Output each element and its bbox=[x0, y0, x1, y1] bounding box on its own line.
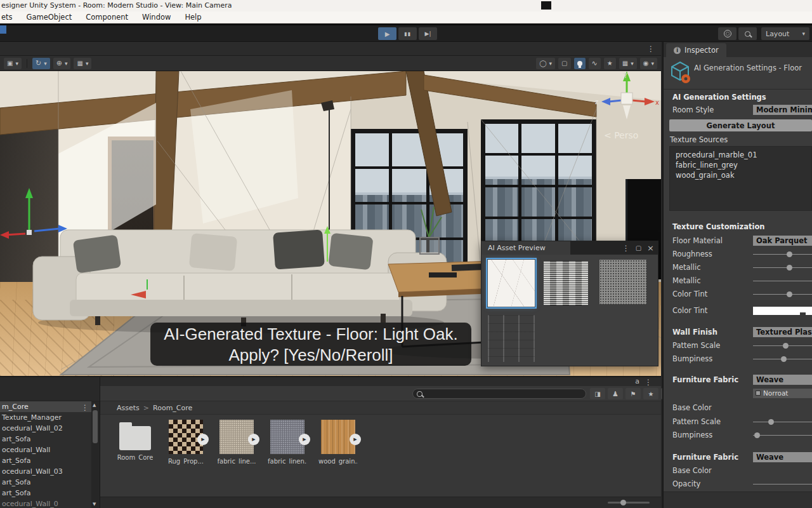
hierarchy-item[interactable]: ocedural_Wall_0 bbox=[0, 498, 91, 508]
menu-help[interactable]: Help bbox=[185, 13, 201, 22]
search-input[interactable] bbox=[426, 390, 582, 398]
hierarchy-scrollbar[interactable] bbox=[91, 401, 100, 508]
project-search-box[interactable] bbox=[412, 389, 586, 399]
lighting-toggle-button[interactable] bbox=[574, 58, 586, 69]
step-button[interactable] bbox=[419, 27, 437, 40]
breadcrumb-current[interactable]: Room_Core bbox=[153, 404, 192, 412]
asset-rug-prop[interactable]: Rug_Prop... bbox=[167, 420, 204, 497]
scroll-up-icon[interactable] bbox=[93, 403, 96, 408]
expand-badge-icon[interactable] bbox=[299, 434, 310, 445]
model-filter-button[interactable] bbox=[608, 388, 623, 399]
preview-tab[interactable]: AI Asset Preview bbox=[481, 241, 570, 255]
tool-handle-button[interactable] bbox=[4, 58, 22, 69]
texture-source-item[interactable]: wood_grain_oak bbox=[676, 170, 811, 180]
scrollbar-thumb[interactable] bbox=[93, 410, 98, 443]
color-tint-swatch[interactable] bbox=[753, 307, 812, 315]
scene-viewport[interactable]: Y x z < Perso AI-Generated Texture - Flo… bbox=[0, 71, 661, 376]
thumbnail-size-slider[interactable] bbox=[608, 502, 650, 504]
metallic-slider[interactable] bbox=[753, 263, 812, 272]
wall-finish-row: Wall Finish Textured Plaste bbox=[664, 326, 812, 338]
menu-component[interactable]: Component bbox=[86, 13, 128, 22]
preview-kebab-icon[interactable] bbox=[622, 244, 630, 253]
normal-map-field[interactable]: Norroat bbox=[753, 389, 812, 398]
gizmos-menu-button[interactable] bbox=[619, 58, 637, 69]
roughness-slider[interactable] bbox=[753, 250, 812, 259]
close-icon[interactable] bbox=[647, 243, 654, 253]
hierarchy-item[interactable]: ocedural_Wall_03 bbox=[0, 466, 91, 477]
asset-folder-room-core[interactable]: Room_Core bbox=[117, 420, 154, 497]
camera-visibility-button[interactable] bbox=[640, 58, 657, 69]
search-by-type-button[interactable] bbox=[590, 388, 605, 399]
menu-gameobject[interactable]: GameObject bbox=[27, 13, 72, 22]
scene-menu-kebab-icon[interactable] bbox=[647, 44, 655, 53]
label-filter-button[interactable] bbox=[625, 388, 641, 399]
hierarchy-item[interactable]: art_Sofa bbox=[0, 455, 91, 466]
metallic-slider-2[interactable] bbox=[753, 276, 812, 286]
maximize-icon[interactable] bbox=[636, 244, 641, 251]
lock-icon[interactable] bbox=[635, 377, 639, 385]
expand-badge-icon[interactable] bbox=[248, 434, 259, 445]
pattern-scale-slider-2[interactable] bbox=[753, 417, 812, 427]
asset-fabric-linen-grey[interactable]: fabric_linen... bbox=[269, 420, 306, 497]
menu-window[interactable]: Window bbox=[142, 13, 171, 22]
furniture-fabric-dropdown[interactable]: Weave bbox=[753, 375, 812, 385]
floor-material-dropdown[interactable]: Oak Parquet bbox=[753, 236, 812, 246]
texture-source-item[interactable]: procedural_marble_01 bbox=[676, 150, 811, 160]
audio-toggle-button[interactable] bbox=[589, 58, 601, 69]
breadcrumb-root[interactable]: Assets bbox=[117, 404, 140, 412]
expand-badge-icon[interactable] bbox=[350, 434, 361, 445]
chevron-down-icon bbox=[15, 60, 18, 67]
kebab-icon[interactable] bbox=[81, 403, 89, 412]
view-2d-button[interactable] bbox=[558, 58, 570, 69]
chevron-down-icon bbox=[86, 60, 89, 67]
swatch-wood-light-oak[interactable] bbox=[488, 315, 535, 362]
pause-button[interactable] bbox=[398, 27, 417, 40]
hierarchy-item[interactable]: ocedural_Wall bbox=[0, 444, 91, 455]
rotate-tool-button[interactable] bbox=[32, 58, 50, 69]
generate-layout-button[interactable]: Generate Layout bbox=[669, 119, 812, 131]
preview-title-bar[interactable]: AI Asset Preview bbox=[481, 241, 658, 255]
expand-badge-icon[interactable] bbox=[197, 434, 209, 445]
services-button[interactable] bbox=[718, 27, 737, 40]
move-tool-button[interactable] bbox=[53, 58, 71, 69]
asset-fabric-linen-beige[interactable]: fabric_line... bbox=[218, 420, 255, 497]
texture-source-item[interactable]: fabric_linen_grey bbox=[676, 160, 811, 170]
scroll-down-icon[interactable] bbox=[93, 502, 96, 507]
furniture-fabric-dropdown-2[interactable]: Weave bbox=[753, 452, 812, 462]
swatch-procedural-marble[interactable] bbox=[488, 260, 535, 307]
tab-inspector[interactable]: Inspector bbox=[666, 43, 726, 57]
texture-sources-list[interactable]: procedural_marble_01 fabric_linen_grey w… bbox=[669, 146, 812, 211]
grid-snap-button[interactable] bbox=[74, 58, 91, 69]
inspector-tab-bar: Inspector bbox=[664, 42, 812, 57]
menu-assets[interactable]: ets bbox=[1, 13, 13, 22]
search-button[interactable] bbox=[738, 27, 757, 40]
wall-finish-dropdown[interactable]: Textured Plaste bbox=[753, 327, 812, 337]
bumpiness-slider-2[interactable] bbox=[753, 431, 812, 440]
slider-thumb[interactable] bbox=[620, 500, 626, 505]
pattern-scale-slider[interactable] bbox=[753, 341, 812, 351]
asset-label: wood_grain... bbox=[318, 458, 358, 465]
color-tint-slider[interactable] bbox=[753, 290, 812, 299]
move-icon bbox=[56, 59, 62, 67]
shading-mode-button[interactable] bbox=[536, 58, 555, 69]
play-button[interactable] bbox=[378, 27, 396, 40]
opacity-slider[interactable] bbox=[753, 479, 812, 489]
transform-gizmo bbox=[0, 188, 67, 239]
row-label: Opacity bbox=[672, 479, 753, 488]
hierarchy-item[interactable]: art_Sofa bbox=[0, 477, 91, 488]
favorites-button[interactable] bbox=[643, 388, 658, 399]
layout-dropdown[interactable]: Layout bbox=[761, 27, 809, 40]
hierarchy-item[interactable]: art_Sofa bbox=[0, 434, 91, 444]
hierarchy-item[interactable]: art_Sofa bbox=[0, 488, 91, 498]
room-style-dropdown[interactable]: Modern Minima bbox=[753, 105, 812, 115]
kebab-icon[interactable] bbox=[645, 378, 652, 387]
chevron-down-icon bbox=[549, 60, 553, 67]
bumpiness-slider[interactable] bbox=[753, 354, 812, 364]
swatch-fabric-grey[interactable] bbox=[599, 260, 646, 304]
hierarchy-item[interactable]: ocedural_Wall_02 bbox=[0, 423, 91, 434]
swatch-fabric-linen-weave[interactable] bbox=[544, 261, 588, 305]
asset-wood-grain[interactable]: wood_grain... bbox=[320, 420, 357, 497]
effects-toggle-button[interactable] bbox=[604, 58, 616, 69]
hierarchy-item[interactable]: Texture_Manager bbox=[0, 412, 91, 423]
hierarchy-item-root[interactable]: m_Core bbox=[0, 401, 91, 412]
